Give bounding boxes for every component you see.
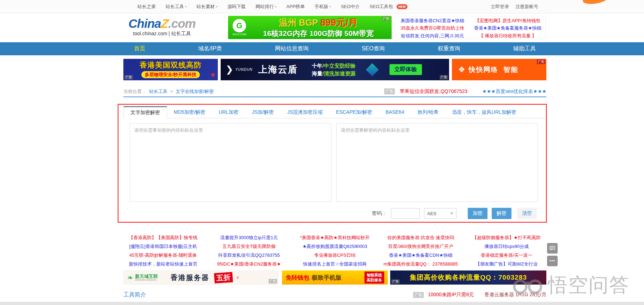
green-banner-text: 温州 BGP 899元/月 16核32G内存 100G防御 50M带宽: [248, 17, 389, 38]
algorithm-select[interactable]: AES ▼: [424, 208, 456, 219]
footer-banner1-stamp: 五折: [214, 272, 233, 284]
feedback-button[interactable]: [547, 243, 558, 254]
ad-banner-yundun[interactable]: ❯ YUNDUN 上海云盾 十年/中立安防经验 海量/清洗加速资源 立即体验 广…: [221, 59, 449, 80]
nav-item-domain-ip[interactable]: 域名/IP类: [198, 45, 222, 52]
tab-url-encrypt[interactable]: URL加密: [212, 106, 245, 118]
topbar-link-webmaster-tools[interactable]: 站长工具▾: [166, 4, 187, 10]
simcentric-brand: 新天域互联: [135, 274, 158, 279]
text-ad-link[interactable]: m集团高价收流量QQ： 2376588885: [381, 260, 461, 268]
text-ad-link[interactable]: 【宏图包网】原生APP/免转钱包: [470, 16, 546, 24]
decrypt-button[interactable]: 解密: [492, 208, 511, 219]
footer-banner-wallet[interactable]: 免转钱包极致手机版 智能系统 高防服务: [282, 270, 388, 285]
chat-bubble-icon: [550, 246, 555, 251]
text-ad-link[interactable]: [傲翔云]香港韩国日本独服|云主机: [123, 242, 203, 251]
text-ad-link[interactable]: ★★★百度seo优化排名★★★: [482, 88, 546, 95]
password-label: 密码：: [372, 210, 387, 217]
text-ad-link[interactable]: 短信群发,任何内容,三网,0.35元: [395, 31, 470, 39]
text-ad-link[interactable]: 45互联-高防妙解服务器-随时退换: [123, 251, 203, 260]
topbar-link-seo-agency[interactable]: SEO中介: [341, 4, 360, 10]
topbar-link-label: SEO中介: [341, 4, 360, 10]
footer-banner2-right2: 高防服务: [367, 278, 382, 282]
text-ad-link[interactable]: 专业播放器CPS日结: [295, 251, 375, 260]
ad-banner-hk-us-defense[interactable]: 香港美国双线高防 多层物理安全/秒开黑科技 ✾ 广告: [123, 59, 218, 80]
text-ad-link[interactable]: 35盘永久免费百G带宽自助上传: [395, 24, 470, 31]
header-text-ads-col2: 【宏图包网】原生APP/免转钱包 香港★美国★免备案服务器★快稳 【 播放器日结…: [470, 16, 546, 39]
text-ad-link[interactable]: 百度/360/搜狗全网竞价推广开户: [381, 242, 461, 251]
idc-bird-icon: G: [233, 19, 246, 32]
text-ad-link[interactable]: *美国香港★高防★黑科技网站秒开: [295, 233, 375, 242]
topbar-link-app-ranking[interactable]: APP榜单: [287, 4, 305, 10]
clear-button[interactable]: 清空: [517, 208, 537, 219]
tool-intro-title: 工具简介: [123, 291, 146, 299]
nav-item-auxiliary-tools[interactable]: 辅助工具: [513, 45, 536, 52]
password-input[interactable]: [391, 208, 420, 219]
page: 站长之家 站长工具▾ 站长素材▾ 源码下载 网站排行▾ APP榜单 手机版▾ S…: [0, 0, 644, 305]
ad-banner-kuaikuai[interactable]: ❖ 快快网络 智能 广告: [452, 59, 546, 80]
decrypt-content-textarea[interactable]: [336, 123, 538, 202]
login-link[interactable]: 立即登录: [491, 4, 509, 10]
text-ad-link[interactable]: 抖音群发私信引流QQ2783755: [209, 251, 289, 260]
footer-ads-col1: 【香港高防】【美国高防】独专线 [傲翔云]香港韩国日本独服|云主机 45互联-高…: [123, 233, 203, 268]
ad-badge: 广告: [384, 88, 395, 94]
nav-item-site-info-query[interactable]: 网站信息查询: [275, 45, 309, 52]
tab-js-obfuscate[interactable]: JS混淆加密压缩: [281, 106, 329, 118]
breadcrumb-link-current[interactable]: 文字在线加密/解密: [176, 88, 214, 95]
tab-js-encrypt[interactable]: JS加/解密: [245, 106, 280, 118]
nav-item-seo-query[interactable]: SEO查询: [362, 45, 385, 52]
encrypt-button[interactable]: 加密: [468, 208, 487, 219]
tab-hash[interactable]: 散列/哈希: [411, 106, 446, 118]
try-now-button[interactable]: 立即体验: [390, 64, 422, 75]
tab-escape[interactable]: ESCAPE加/解密: [329, 106, 379, 118]
chinaz-logo[interactable]: ChinaZ.com tool.chinaz.com | 站长工具: [124, 17, 200, 37]
text-ad-link[interactable]: 新快排技术，新站老站快速上首页: [123, 260, 203, 268]
text-ad-link[interactable]: 快速排名上首页☆全国渠道招商: [295, 260, 375, 268]
text-ad-link[interactable]: 【香港高防】【美国高防】独专线: [123, 233, 203, 242]
encrypt-content-textarea[interactable]: [130, 123, 331, 202]
register-link[interactable]: 注册新帐号: [515, 4, 538, 10]
text-ad-link[interactable]: 香港★美国★免备案服务器★快稳: [470, 24, 546, 31]
tab-thunder-url[interactable]: 迅雷，快车，旋风URL加解密: [446, 106, 523, 118]
text-ad-link[interactable]: ★高价收购股票流量Q82590003: [295, 242, 375, 251]
kuaikuai-tag: 智能: [503, 66, 518, 73]
ad-tag: 广告: [124, 75, 133, 80]
nav-item-weight-query[interactable]: 权重查询: [438, 45, 460, 52]
topbar-link-seo-toolkit[interactable]: SEO工具包: [370, 4, 393, 10]
kuaikuai-brand: 快快网络: [469, 66, 498, 73]
logo-subtitle: tool.chinaz.com | 站长工具: [124, 31, 200, 37]
topbar-link-site-ranking[interactable]: 网站排行▾: [256, 4, 277, 10]
text-ad-link[interactable]: 香港★美国★免备案CDN★快稳: [381, 251, 461, 260]
topbar-link-webmaster-material[interactable]: 站长素材▾: [197, 4, 218, 10]
text-ad-link[interactable]: 95IDC★美国/香港CN2服务器★: [209, 260, 289, 268]
tab-text-encrypt-decrypt[interactable]: 文字加密解密: [123, 106, 167, 118]
tab-md5[interactable]: MD5加密/解密: [167, 106, 212, 118]
footer-banner-traffic-buy[interactable]: 集团高价收购各种流量QQ：7003283 广告: [390, 270, 546, 285]
footer-banner1-text: 香港服务器: [171, 273, 209, 282]
topbar-link-mobile-version[interactable]: 手机版▾: [315, 4, 331, 10]
text-ad-link[interactable]: 流量提升3000独立ip只需1元: [209, 233, 289, 242]
text-ad-link[interactable]: 你的美国服务器 抗攻击 速度快吗: [381, 233, 461, 242]
text-ad-link[interactable]: 播放器日结cps90分成: [467, 242, 546, 251]
text-ad-link[interactable]: 【 播放器日结收所有流量 】: [470, 31, 546, 39]
footer-ads-col4: 你的美国服务器 抗攻击 速度快吗 百度/360/搜狗全网竞价推广开户 香港★美国…: [381, 233, 461, 268]
topbar-link-chinaz-home[interactable]: 站长之家: [137, 4, 156, 10]
nav-item-home[interactable]: 首页: [134, 45, 145, 52]
kuaikuai-logo-icon: ❖: [458, 65, 465, 74]
text-ad-link[interactable]: 【朋友圈广告】可跑WZ全行业: [467, 260, 546, 268]
text-ad-link[interactable]: 五九盾云安全T级无限防御: [209, 242, 289, 251]
text-ad-link[interactable]: 香港稳定服务器/买一送一: [467, 251, 546, 260]
breadcrumb-link-tools[interactable]: 站长工具: [149, 88, 167, 95]
ad-tag: 广告: [269, 279, 277, 284]
tab-base64[interactable]: BASE64: [379, 106, 411, 118]
text-ad-link[interactable]: 10000来路IP只需8元: [428, 292, 474, 298]
yundun-line2a: 海量: [312, 70, 323, 76]
text-ad-link[interactable]: 苹果短信全国群发,QQ7067523: [400, 88, 467, 95]
header-ad-banner-green[interactable]: G IDC4.COM 温州 BGP 899元/月 16核32G内存 100G防御…: [228, 16, 392, 39]
footer-banner-simcentric[interactable]: ❧ 新天域互联 simcentric solutions 香港服务器 五折 ⚡ …: [123, 270, 278, 285]
more-options-button[interactable]: •••: [547, 256, 558, 266]
text-ad-link[interactable]: 【超级防御服务器】★打不死高防: [467, 233, 546, 242]
topbar-link-source-download[interactable]: 源码下载: [227, 4, 246, 10]
text-ad-link[interactable]: 香港云服务器 1H1G 28元/月: [484, 292, 546, 298]
text-ad-link[interactable]: 美国香港服务器CN2直连★快稳: [395, 16, 470, 24]
bottom-gray-strip: [0, 302, 644, 305]
main-nav-inner: 首页 域名/IP类 网站信息查询 SEO查询 权重查询 辅助工具: [123, 42, 546, 55]
